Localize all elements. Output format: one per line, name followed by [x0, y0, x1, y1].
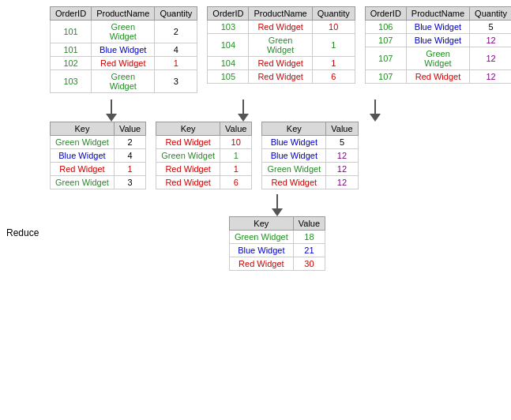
- table-row: 104Red Widget1: [208, 57, 355, 70]
- col-key: Key: [229, 217, 293, 231]
- table-cell-orderid: 104: [208, 34, 249, 57]
- source-table-3: OrderID ProductName Quantity 106Blue Wid…: [365, 6, 511, 93]
- table-row: 102Red Widget1: [51, 57, 197, 70]
- table-row: Blue Widget5: [262, 136, 358, 149]
- table-cell-product: Green Widget: [92, 21, 155, 43]
- reduce-label: Reduce: [6, 227, 39, 238]
- source-table-1: OrderID ProductName Quantity 101Green Wi…: [50, 6, 197, 93]
- col-orderid: OrderID: [208, 7, 249, 21]
- table-row: Red Widget1: [156, 163, 252, 176]
- col-key: Key: [51, 122, 115, 136]
- down-arrows-row: [6, 99, 505, 122]
- table-cell-key: Red Widget: [229, 257, 293, 271]
- table-cell-value: 12: [326, 176, 358, 189]
- table-row: Red Widget6: [156, 176, 252, 189]
- col-value: Value: [293, 217, 325, 231]
- table-cell-value: 1: [220, 163, 252, 176]
- table-cell-orderid: 107: [365, 47, 406, 70]
- table-cell-value: 10: [220, 136, 252, 149]
- svg-marker-3: [238, 114, 249, 122]
- table-cell-key: Green Widget: [51, 176, 115, 189]
- arrow-container-3: [314, 99, 436, 122]
- table-cell-value: 30: [293, 257, 325, 271]
- table-cell-key: Blue Widget: [51, 149, 115, 163]
- table-row: 104Green Widget1: [208, 34, 355, 57]
- table-row: Green Widget12: [262, 163, 358, 176]
- table-row: Blue Widget4: [51, 149, 146, 163]
- table-row: Red Widget10: [156, 136, 252, 149]
- table-cell-qty: 6: [312, 70, 355, 84]
- map-table-3: Key Value Blue Widget5Blue Widget12Green…: [261, 122, 358, 189]
- map-table-2: Key Value Red Widget10Green Widget1Red W…: [156, 122, 252, 189]
- table-row: 103Green Widget3: [51, 70, 197, 93]
- table-row: Green Widget18: [229, 231, 325, 244]
- table-row: Green Widget3: [51, 176, 146, 189]
- table-row: 106Blue Widget5: [365, 21, 511, 34]
- table-cell-key: Blue Widget: [262, 136, 326, 149]
- table-cell-key: Green Widget: [262, 163, 326, 176]
- map-tables-row: Key Value Green Widget2Blue Widget4Red W…: [6, 122, 505, 189]
- svg-marker-7: [272, 208, 283, 216]
- source-tables-row: OrderID ProductName Quantity 101Green Wi…: [6, 6, 505, 93]
- table-row: 103Red Widget10: [208, 21, 355, 34]
- table-cell-value: 12: [326, 163, 358, 176]
- table-cell-value: 5: [326, 136, 358, 149]
- reduce-table-container: Key Value Green Widget18Blue Widget21Red…: [229, 216, 325, 271]
- table-cell-orderid: 105: [208, 70, 249, 84]
- col-productname: ProductName: [92, 7, 155, 21]
- table-cell-qty: 3: [155, 70, 197, 93]
- table-row: Red Widget30: [229, 257, 325, 271]
- down-arrow-1: [106, 99, 117, 122]
- table-cell-orderid: 103: [51, 70, 92, 93]
- table-cell-value: 12: [326, 149, 358, 163]
- table-cell-value: 2: [114, 136, 145, 149]
- table-row: Blue Widget21: [229, 244, 325, 257]
- table-cell-product: Blue Widget: [406, 34, 469, 47]
- table-cell-orderid: 107: [365, 34, 406, 47]
- table-cell-orderid: 101: [51, 21, 92, 43]
- table-cell-qty: 5: [470, 21, 511, 34]
- table-row: Green Widget1: [156, 149, 252, 163]
- col-key: Key: [262, 122, 326, 136]
- table-row: Red Widget1: [51, 163, 146, 176]
- table-cell-qty: 1: [312, 34, 355, 57]
- main-layout: OrderID ProductName Quantity 101Green Wi…: [0, 0, 511, 277]
- table-cell-key: Blue Widget: [262, 149, 326, 163]
- svg-marker-1: [106, 114, 117, 122]
- down-arrow-3: [370, 99, 381, 122]
- down-arrow-2: [238, 99, 249, 122]
- table-row: 107Blue Widget12: [365, 34, 511, 47]
- table-row: Red Widget12: [262, 176, 358, 189]
- col-quantity: Quantity: [470, 7, 511, 21]
- col-orderid: OrderID: [51, 7, 92, 21]
- table-cell-key: Green Widget: [229, 231, 293, 244]
- table-cell-product: Red Widget: [249, 57, 312, 70]
- table-cell-value: 21: [293, 244, 325, 257]
- table-cell-orderid: 102: [51, 57, 92, 70]
- col-quantity: Quantity: [312, 7, 355, 21]
- table-cell-product: Blue Widget: [92, 43, 155, 57]
- table-cell-orderid: 101: [51, 43, 92, 57]
- arrow-container-1: [50, 99, 172, 122]
- table-row: Green Widget2: [51, 136, 146, 149]
- col-value: Value: [326, 122, 358, 136]
- table-cell-product: Blue Widget: [406, 21, 469, 34]
- col-value: Value: [114, 122, 145, 136]
- svg-marker-5: [370, 114, 381, 122]
- col-orderid: OrderID: [365, 7, 406, 21]
- table-cell-value: 1: [114, 163, 145, 176]
- col-productname: ProductName: [406, 7, 469, 21]
- table-cell-key: Green Widget: [156, 149, 220, 163]
- map-table-1: Key Value Green Widget2Blue Widget4Red W…: [50, 122, 146, 189]
- table-cell-qty: 12: [470, 47, 511, 70]
- table-row: 107Green Widget12: [365, 47, 511, 70]
- table-row: 101Green Widget2: [51, 21, 197, 43]
- table-cell-qty: 1: [312, 57, 355, 70]
- table-cell-orderid: 107: [365, 70, 406, 84]
- table-cell-value: 3: [114, 176, 145, 189]
- table-cell-product: Red Widget: [249, 21, 312, 34]
- table-cell-key: Red Widget: [156, 176, 220, 189]
- table-cell-key: Red Widget: [156, 136, 220, 149]
- table-cell-value: 1: [220, 149, 252, 163]
- table-cell-qty: 4: [155, 43, 197, 57]
